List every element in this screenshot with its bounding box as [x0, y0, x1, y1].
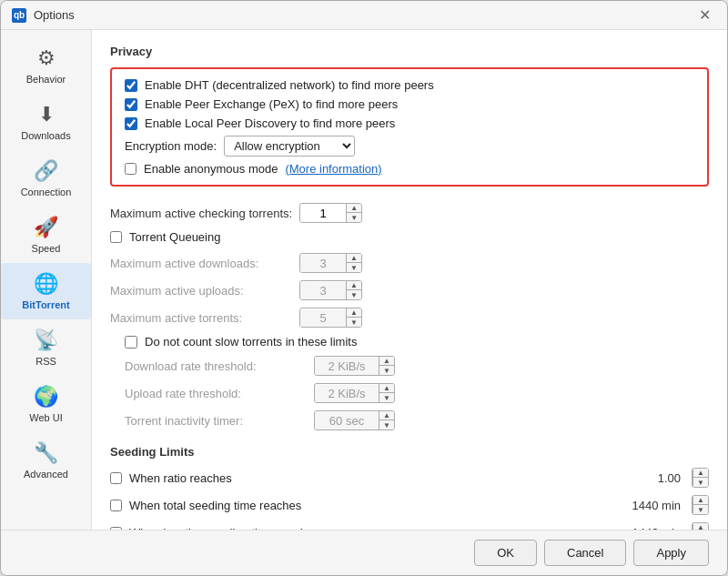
dl-rate-up[interactable]: ▲ — [379, 357, 394, 366]
dl-rate-arrows: ▲ ▼ — [379, 357, 394, 375]
slow-checkbox[interactable] — [125, 336, 137, 349]
title-bar-left: qb Options — [12, 8, 75, 23]
max-uploads-up[interactable]: ▲ — [347, 281, 361, 290]
seed-time-down[interactable]: ▼ — [693, 505, 708, 514]
queue-label: Torrent Queueing — [129, 230, 220, 244]
ul-rate-down[interactable]: ▼ — [379, 393, 394, 402]
max-downloads-down[interactable]: ▼ — [347, 263, 361, 272]
checking-row: Maximum active checking torrents: ▲ ▼ — [110, 203, 709, 223]
max-uploads-down[interactable]: ▼ — [347, 290, 361, 299]
seed-time-arrows: ▲ ▼ — [693, 496, 708, 514]
ok-button[interactable]: OK — [474, 540, 537, 566]
ratio-label: When ratio reaches — [129, 471, 232, 485]
dl-rate-down[interactable]: ▼ — [379, 366, 394, 375]
max-uploads-value[interactable] — [300, 282, 346, 299]
ul-rate-spinner: ▲ ▼ — [314, 383, 395, 403]
max-torrents-up[interactable]: ▲ — [347, 308, 361, 318]
max-downloads-arrows: ▲ ▼ — [346, 254, 361, 272]
dht-checkbox[interactable] — [125, 79, 137, 92]
apply-button[interactable]: Apply — [633, 540, 709, 566]
ratio-checkbox[interactable] — [110, 472, 122, 484]
sidebar-label-bittorrent: BitTorrent — [22, 299, 69, 310]
anon-row: Enable anonymous mode (More information) — [125, 162, 694, 176]
queue-fields: Maximum active downloads: ▲ ▼ Maximum ac… — [110, 253, 709, 328]
anon-checkbox[interactable] — [125, 163, 136, 175]
sidebar-item-connection[interactable]: 🔗 Connection — [1, 150, 91, 207]
queue-checkbox[interactable] — [110, 231, 122, 243]
inactivity-value[interactable] — [315, 412, 379, 429]
lpd-row: Enable Local Peer Discovery to find more… — [125, 116, 694, 130]
webui-icon: 🌍 — [34, 385, 58, 409]
max-downloads-spinner: ▲ ▼ — [299, 253, 362, 273]
seed-time-checkbox[interactable] — [110, 500, 122, 511]
slow-row: Do not count slow torrents in these limi… — [125, 335, 709, 349]
advanced-icon: 🔧 — [34, 441, 58, 465]
ratio-arrows: ▲ ▼ — [693, 469, 708, 487]
checking-down[interactable]: ▼ — [347, 213, 361, 222]
privacy-title: Privacy — [110, 45, 709, 58]
ratio-up[interactable]: ▲ — [693, 469, 708, 478]
inactive-time-arrows: ▲ ▼ — [693, 523, 708, 530]
pex-checkbox[interactable] — [125, 98, 137, 111]
sidebar-item-downloads[interactable]: ⬇ Downloads — [1, 94, 91, 150]
ratio-spinner: ▲ ▼ — [692, 468, 709, 488]
sidebar-item-advanced[interactable]: 🔧 Advanced — [1, 432, 91, 489]
inactive-time-up[interactable]: ▲ — [693, 523, 708, 530]
dl-rate-row: Download rate threshold: ▲ ▼ — [125, 356, 709, 376]
sidebar-item-webui[interactable]: 🌍 Web UI — [1, 376, 91, 432]
sidebar-item-behavior[interactable]: ⚙ Behavior — [1, 37, 91, 94]
sidebar-item-speed[interactable]: 🚀 Speed — [1, 207, 91, 263]
more-info-link[interactable]: (More information) — [285, 162, 381, 176]
checking-spinner: ▲ ▼ — [299, 203, 362, 223]
seeding-title: Seeding Limits — [110, 445, 709, 459]
ul-rate-value[interactable] — [315, 385, 379, 402]
options-window: qb Options ✕ ⚙ Behavior ⬇ Downloads 🔗 Co… — [0, 0, 728, 576]
sidebar-label-advanced: Advanced — [24, 469, 68, 480]
max-uploads-spinner: ▲ ▼ — [299, 280, 362, 300]
queue-row: Torrent Queueing — [110, 230, 709, 244]
max-torrents-spinner: ▲ ▼ — [299, 308, 362, 328]
max-downloads-up[interactable]: ▲ — [347, 254, 361, 263]
max-torrents-value[interactable] — [300, 309, 346, 327]
close-button[interactable]: ✕ — [693, 5, 716, 25]
downloads-icon: ⬇ — [38, 103, 55, 126]
title-bar: qb Options ✕ — [1, 1, 727, 30]
max-uploads-arrows: ▲ ▼ — [346, 281, 361, 299]
checking-arrows: ▲ ▼ — [346, 204, 361, 222]
seed-time-label: When total seeding time reaches — [129, 499, 301, 512]
inactivity-up[interactable]: ▲ — [379, 411, 394, 420]
max-uploads-label: Maximum active uploads: — [110, 284, 292, 298]
max-torrents-label: Maximum active torrents: — [110, 311, 292, 325]
inactivity-down[interactable]: ▼ — [379, 420, 394, 429]
checking-up[interactable]: ▲ — [347, 204, 361, 213]
dl-rate-value[interactable] — [315, 358, 379, 375]
sidebar: ⚙ Behavior ⬇ Downloads 🔗 Connection 🚀 Sp… — [1, 30, 92, 530]
speed-icon: 🚀 — [34, 216, 58, 239]
sidebar-item-rss[interactable]: 📡 RSS — [1, 319, 91, 376]
ul-rate-up[interactable]: ▲ — [379, 384, 394, 393]
max-downloads-label: Maximum active downloads: — [110, 257, 292, 270]
sidebar-item-bittorrent[interactable]: 🌐 BitTorrent — [1, 263, 91, 319]
encryption-select[interactable]: Prefer encryption Allow encryption Requi… — [224, 136, 355, 157]
max-downloads-row: Maximum active downloads: ▲ ▼ — [110, 253, 709, 273]
sidebar-label-behavior: Behavior — [26, 74, 66, 85]
sidebar-label-downloads: Downloads — [21, 130, 70, 141]
cancel-button[interactable]: Cancel — [544, 540, 626, 566]
seed-time-up[interactable]: ▲ — [693, 496, 708, 505]
lpd-checkbox[interactable] — [125, 117, 137, 130]
main-content: ⚙ Behavior ⬇ Downloads 🔗 Connection 🚀 Sp… — [1, 30, 727, 530]
inactivity-label: Torrent inactivity timer: — [125, 414, 307, 428]
seeding-section: Seeding Limits When ratio reaches 1.00 ▲… — [110, 445, 709, 530]
max-torrents-down[interactable]: ▼ — [347, 318, 361, 327]
max-downloads-value[interactable] — [300, 255, 346, 272]
inactivity-row: Torrent inactivity timer: ▲ ▼ — [125, 410, 709, 430]
sidebar-label-speed: Speed — [32, 243, 61, 254]
ratio-down[interactable]: ▼ — [693, 478, 708, 487]
connection-icon: 🔗 — [34, 159, 58, 183]
dl-rate-label: Download rate threshold: — [125, 359, 307, 373]
ratio-row: When ratio reaches 1.00 ▲ ▼ — [110, 468, 709, 488]
checking-value[interactable] — [300, 205, 346, 222]
ul-rate-row: Upload rate threshold: ▲ ▼ — [125, 383, 709, 403]
behavior-icon: ⚙ — [37, 46, 56, 70]
bittorrent-icon: 🌐 — [34, 272, 58, 296]
